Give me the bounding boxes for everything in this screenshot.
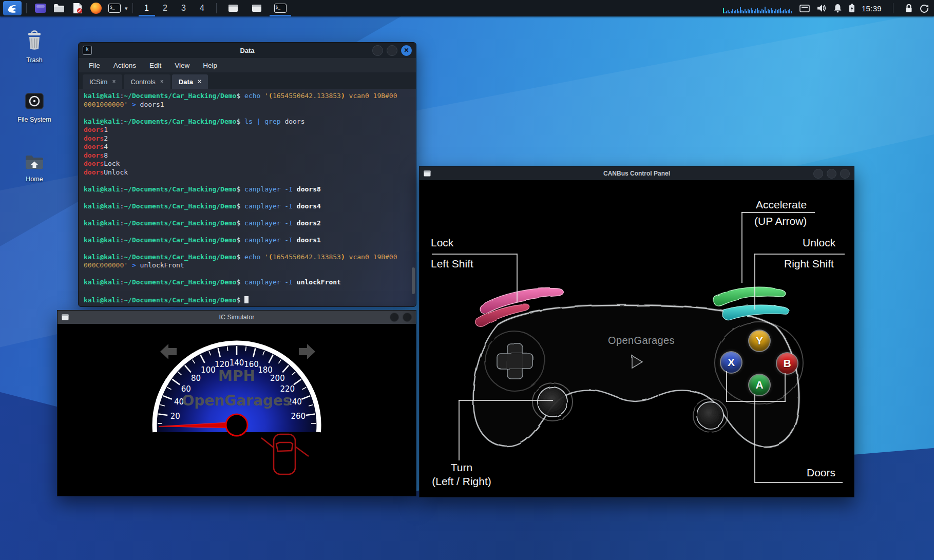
logout-icon[interactable] <box>920 4 929 13</box>
visualizer-bar <box>723 8 724 13</box>
kali-menu-button[interactable] <box>3 1 22 15</box>
visualizer-bar <box>731 11 732 13</box>
terminal-tabbar: ICSim×Controls×Data× <box>79 72 416 89</box>
taskbar-window-button-2[interactable] <box>245 0 269 16</box>
chevron-down-icon[interactable]: ▾ <box>125 5 128 12</box>
menu-actions[interactable]: Actions <box>113 62 136 69</box>
terminal-line: kali@kali:~/Documents/Car_Hacking/Demo$ … <box>84 236 414 245</box>
tab-close-icon[interactable]: × <box>160 78 164 85</box>
workspace-2[interactable]: 2 <box>156 0 175 16</box>
visualizer-bar <box>734 11 735 13</box>
tab-label: Controls <box>130 78 155 86</box>
visualizer-bar <box>738 11 739 13</box>
launcher-firefox[interactable] <box>89 2 103 15</box>
tab-controls[interactable]: Controls× <box>124 74 170 89</box>
callout-line <box>517 254 518 302</box>
terminal-cursor <box>244 296 249 303</box>
ic-simulator-window: IC Simulator <box>57 310 416 496</box>
callout-unlock-key: Right Shift <box>784 257 834 271</box>
panel-separator <box>132 3 133 13</box>
gauge-hub <box>226 414 247 436</box>
terminal-line <box>84 109 414 118</box>
terminal-line: doors4 <box>84 143 414 151</box>
close-button[interactable] <box>840 169 850 179</box>
minimize-button[interactable] <box>372 45 383 56</box>
visualizer-bar <box>745 9 746 13</box>
gauge-unit-label: MPH <box>218 368 255 384</box>
maximize-button[interactable] <box>827 169 836 179</box>
notifications-icon[interactable] <box>833 4 842 13</box>
tab-label: Data <box>179 78 193 86</box>
visualizer-bar <box>775 9 776 13</box>
clock[interactable]: 15:39 <box>862 4 882 13</box>
visualizer-bar <box>726 11 727 13</box>
callout-lock: Lock <box>431 236 453 249</box>
volume-icon[interactable] <box>816 4 827 13</box>
tab-data[interactable]: Data× <box>172 74 208 89</box>
kali-menu-icon <box>7 3 18 14</box>
terminal-line <box>84 244 414 253</box>
scrollbar-thumb[interactable] <box>412 267 415 294</box>
callout-line <box>754 254 755 310</box>
terminal-titlebar[interactable]: k Data ✕ <box>79 43 416 58</box>
callout-line <box>432 254 517 255</box>
workspace-switcher: 1234 <box>138 0 212 16</box>
launcher-app-window[interactable] <box>34 2 47 15</box>
visualizer-bar <box>758 10 759 13</box>
visualizer-bar <box>766 11 767 13</box>
terminal-scrollbar[interactable] <box>411 89 415 306</box>
gamepad-button-b: B <box>777 353 797 374</box>
desktop-icon-trash[interactable]: Trash <box>11 29 58 64</box>
tab-close-icon[interactable]: × <box>198 78 201 85</box>
terminal-line: 000C000000' > unlockFront <box>84 261 414 270</box>
taskbar-window-button-3[interactable]: $_ <box>269 0 292 16</box>
ic-simulator-titlebar[interactable]: IC Simulator <box>58 311 416 324</box>
minimize-button[interactable] <box>390 313 399 322</box>
menu-edit[interactable]: Edit <box>149 62 161 69</box>
terminal-line <box>84 227 414 236</box>
menu-view[interactable]: View <box>175 62 189 69</box>
terminal-lines: kali@kali:~/Documents/Car_Hacking/Demo$ … <box>84 92 414 305</box>
canbus-window: CANBus Control Panel <box>419 166 854 497</box>
workspace-1[interactable]: 1 <box>138 0 156 16</box>
terminal-line: doorsUnlock <box>84 168 414 177</box>
firefox-icon <box>90 3 102 14</box>
lock-icon[interactable] <box>905 4 913 13</box>
terminal-line: doors1 <box>84 126 414 134</box>
tab-icsim[interactable]: ICSim× <box>83 74 122 89</box>
maximize-button[interactable] <box>387 45 397 56</box>
minimize-button[interactable] <box>813 169 823 179</box>
gauge-brand-label: OpenGarages <box>182 392 291 409</box>
close-button[interactable] <box>403 313 412 322</box>
window-button-list: $_ <box>221 0 292 16</box>
next-arrow-icon <box>299 344 315 359</box>
menu-file[interactable]: File <box>89 62 100 69</box>
terminal-output[interactable]: kali@kali:~/Documents/Car_Hacking/Demo$ … <box>79 89 416 306</box>
callout-line <box>726 371 727 402</box>
workspace-4[interactable]: 4 <box>193 0 212 16</box>
gauge-tick-label: 200 <box>270 374 285 383</box>
desktop-icon-filesystem[interactable]: File System <box>11 90 58 123</box>
workspace-3[interactable]: 3 <box>175 0 193 16</box>
launcher-terminal[interactable]: $_ <box>108 2 121 15</box>
canbus-titlebar[interactable]: CANBus Control Panel <box>420 167 854 180</box>
speedometer-gauge: 20406080100120140160180200220240260MPHOp… <box>58 324 416 496</box>
visualizer-bar <box>765 7 766 13</box>
tab-close-icon[interactable]: × <box>112 78 116 85</box>
battery-icon[interactable] <box>849 4 855 13</box>
visualizer-bar <box>740 7 741 13</box>
launcher-file-manager[interactable] <box>52 2 66 15</box>
taskbar-window-button-1[interactable] <box>221 0 245 16</box>
display-icon[interactable] <box>799 5 810 12</box>
launcher-text-editor[interactable] <box>71 2 84 15</box>
terminal-window-title: Data <box>79 47 416 54</box>
trash-icon <box>23 29 46 52</box>
menu-help[interactable]: Help <box>203 62 217 69</box>
terminal-line <box>84 194 414 202</box>
desktop-icon-label: File System <box>11 116 58 123</box>
desktop-icon-home[interactable]: Home <box>11 151 58 183</box>
terminal-line <box>84 210 414 219</box>
visualizer-bar <box>761 9 763 13</box>
terminal-menubar: FileActionsEditViewHelp <box>79 58 416 72</box>
close-button[interactable]: ✕ <box>401 45 412 56</box>
